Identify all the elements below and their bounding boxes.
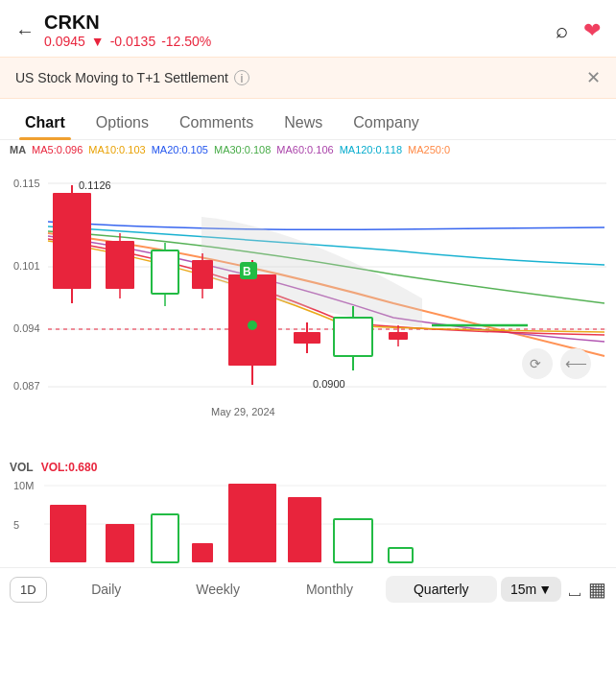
svg-rect-31 — [334, 318, 372, 356]
svg-point-27 — [248, 321, 257, 330]
volume-section: VOL VOL:0.680 10M 5 — [0, 457, 616, 567]
timeframe-value: 15m — [510, 582, 536, 597]
tab-news[interactable]: News — [271, 107, 336, 139]
period-quarterly-button[interactable]: Quarterly — [386, 576, 497, 603]
period-monthly-button[interactable]: Monthly — [273, 576, 385, 603]
ticker-pct: -12.50% — [161, 34, 211, 49]
header-right: ⌕ ❤ — [556, 18, 601, 43]
ticker-symbol: CRKN — [44, 12, 211, 34]
volume-header: VOL VOL:0.680 — [10, 461, 606, 476]
svg-rect-56 — [389, 548, 413, 562]
notification-banner: US Stock Moving to T+1 Settlement i ✕ — [0, 57, 616, 99]
svg-text:0.0900: 0.0900 — [313, 378, 345, 390]
svg-text:0.115: 0.115 — [13, 178, 40, 189]
period-weekly-button[interactable]: Weekly — [162, 576, 273, 603]
svg-rect-16 — [152, 250, 178, 294]
svg-rect-34 — [389, 332, 408, 340]
heart-icon[interactable]: ❤ — [583, 18, 601, 43]
svg-rect-52 — [192, 543, 213, 562]
svg-rect-50 — [106, 524, 134, 562]
tab-options[interactable]: Options — [83, 107, 162, 139]
svg-text:0.094: 0.094 — [13, 322, 40, 334]
svg-rect-51 — [152, 514, 178, 562]
ma60-indicator[interactable]: MA60:0.106 — [276, 144, 333, 155]
bottom-toolbar: 1D Daily Weekly Monthly Quarterly 15m ▼ … — [0, 567, 616, 610]
svg-text:0.101: 0.101 — [13, 260, 40, 272]
ma10-indicator[interactable]: MA10:0.103 — [88, 144, 145, 155]
ma-label: MA — [10, 144, 26, 155]
period-daily-button[interactable]: Daily — [51, 576, 162, 603]
ticker-change: -0.0135 — [110, 34, 155, 49]
svg-text:5: 5 — [13, 519, 19, 531]
svg-text:May 29, 2024: May 29, 2024 — [211, 406, 275, 417]
svg-rect-28 — [294, 332, 320, 344]
price-chart[interactable]: 0.115 0.101 0.094 0.087 0.1126 — [0, 159, 616, 457]
banner-text: US Stock Moving to T+1 Settlement — [15, 70, 228, 85]
ticker-price: 0.0945 — [44, 34, 85, 49]
svg-text:⟵: ⟵ — [565, 355, 587, 371]
ma120-indicator[interactable]: MA120:0.118 — [340, 144, 402, 155]
banner-close-button[interactable]: ✕ — [586, 67, 601, 88]
vol-label: VOL — [10, 461, 34, 474]
search-icon[interactable]: ⌕ — [556, 18, 568, 43]
ma30-indicator[interactable]: MA30:0.108 — [214, 144, 271, 155]
ma5-indicator[interactable]: MA5:0.096 — [32, 144, 83, 155]
header-left: ← CRKN 0.0945 ▼ -0.0135 -12.50% — [15, 12, 211, 49]
ma250-indicator[interactable]: MA250:0 — [408, 144, 450, 155]
ticker-info: CRKN 0.0945 ▼ -0.0135 -12.50% — [44, 12, 211, 49]
header: ← CRKN 0.0945 ▼ -0.0135 -12.50% ⌕ ❤ — [0, 0, 616, 57]
vol-value: VOL:0.680 — [41, 461, 98, 474]
banner-info-icon[interactable]: i — [234, 70, 249, 85]
timeframe-chevron: ▼ — [538, 582, 552, 597]
tab-chart[interactable]: Chart — [12, 107, 79, 139]
svg-rect-55 — [334, 519, 372, 562]
tab-bar: Chart Options Comments News Company — [0, 99, 616, 140]
back-button[interactable]: ← — [15, 21, 35, 40]
svg-text:10M: 10M — [13, 480, 34, 491]
tab-comments[interactable]: Comments — [166, 107, 267, 139]
svg-text:0.087: 0.087 — [13, 380, 40, 392]
svg-text:B: B — [243, 265, 251, 278]
svg-rect-9 — [53, 193, 91, 289]
ticker-arrow: ▼ — [91, 34, 105, 49]
tab-company[interactable]: Company — [340, 107, 432, 139]
period-1d-button[interactable]: 1D — [10, 577, 47, 603]
ma-indicators-row: MA MA5:0.096 MA10:0.103 MA20:0.105 MA30:… — [0, 140, 616, 159]
svg-rect-53 — [228, 484, 276, 562]
indicators-icon[interactable]: ⎵ — [569, 579, 580, 601]
svg-rect-54 — [288, 497, 321, 562]
price-chart-svg: 0.115 0.101 0.094 0.087 0.1126 — [10, 159, 606, 457]
timeframe-selector[interactable]: 15m ▼ — [501, 577, 561, 602]
svg-rect-19 — [192, 260, 213, 289]
ma20-indicator[interactable]: MA20:0.105 — [152, 144, 208, 155]
volume-chart[interactable]: 10M 5 — [10, 476, 606, 567]
svg-rect-22 — [228, 274, 276, 366]
svg-text:0.1126: 0.1126 — [79, 179, 111, 191]
svg-rect-49 — [50, 505, 86, 562]
ticker-price-row: 0.0945 ▼ -0.0135 -12.50% — [44, 34, 211, 49]
svg-text:⟳: ⟳ — [530, 356, 541, 371]
svg-rect-13 — [106, 241, 134, 289]
layout-icon[interactable]: ▦ — [588, 578, 606, 601]
banner-left: US Stock Moving to T+1 Settlement i — [15, 70, 249, 85]
volume-chart-svg: 10M 5 — [10, 476, 606, 567]
